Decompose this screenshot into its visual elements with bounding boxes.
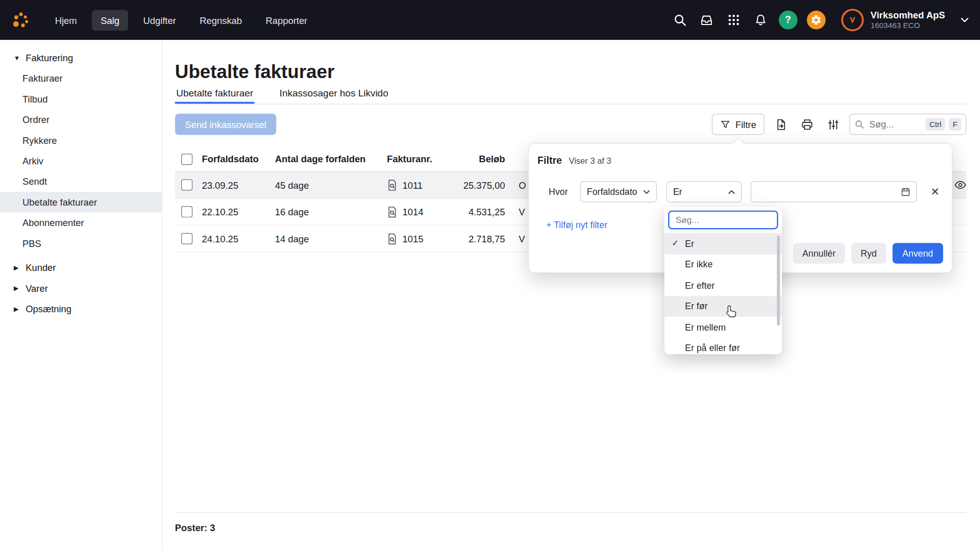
chevron-collapsed-icon: ▶ xyxy=(14,306,20,312)
sidebar-section-fakturering[interactable]: ▼ Fakturering xyxy=(0,47,162,68)
nav-item-regnskab[interactable]: Regnskab xyxy=(191,10,251,30)
nav-item-rapporter[interactable]: Rapporter xyxy=(257,10,316,30)
filter-date-input[interactable] xyxy=(751,181,917,203)
sidebar-section-label: Opsætning xyxy=(26,304,71,314)
filter-field-select[interactable]: Forfaldsdato xyxy=(580,181,657,203)
nav-item-hjem[interactable]: Hjem xyxy=(46,10,86,30)
invoice-preview-icon[interactable] xyxy=(387,206,398,217)
dropdown-option-er-paa-eller-foer[interactable]: Er på eller før xyxy=(665,338,782,354)
chevron-down-icon[interactable] xyxy=(961,17,969,22)
table-search-input[interactable] xyxy=(868,119,922,130)
eye-icon[interactable] xyxy=(954,181,966,189)
sidebar-item-pbs[interactable]: PBS xyxy=(0,233,162,254)
calendar-icon[interactable] xyxy=(900,187,911,197)
column-settings-icon[interactable] xyxy=(823,114,843,134)
company-v-icon xyxy=(847,14,858,26)
app-window: Hjem Salg Udgifter Regnskab Rapporter xyxy=(0,0,980,551)
apps-grid-icon[interactable] xyxy=(725,11,742,29)
filter-button-label: Filtre xyxy=(736,119,756,130)
main-nav: Hjem Salg Udgifter Regnskab Rapporter xyxy=(46,10,316,30)
sidebar-item-sendt[interactable]: Sendt xyxy=(0,171,162,192)
nav-item-udgifter[interactable]: Udgifter xyxy=(134,10,185,30)
sidebar-item-arkiv[interactable]: Arkiv xyxy=(0,151,162,171)
cell-invoice-number: 1014 xyxy=(403,207,424,217)
search-icon xyxy=(854,119,865,130)
topbar-actions: ? Virksomhed ApS 1603463 ECO xyxy=(671,9,980,31)
question-icon: ? xyxy=(785,14,791,26)
page-title: Ubetalte fakturaer xyxy=(175,61,334,83)
cancel-button[interactable]: Annullér xyxy=(793,243,845,263)
dropdown-option-er[interactable]: ✓ Er xyxy=(665,233,782,254)
select-all-checkbox[interactable] xyxy=(181,154,192,165)
header-antal-dage[interactable]: Antal dage forfalden xyxy=(275,154,381,164)
sidebar-item-abonnementer[interactable]: Abonnementer xyxy=(0,212,162,233)
clear-button[interactable]: Ryd xyxy=(851,243,886,263)
row-checkbox[interactable] xyxy=(181,233,192,244)
account-menu[interactable]: Virksomhed ApS 1603463 ECO xyxy=(841,9,969,31)
popover-actions: Annullér Ryd Anvend xyxy=(793,243,943,263)
sidebar-item-ordrer[interactable]: Ordrer xyxy=(0,109,162,130)
toolbar: Send inkassovarsel Filtre xyxy=(175,113,966,136)
filter-field-value: Forfaldsdato xyxy=(587,187,638,197)
help-button[interactable]: ? xyxy=(778,11,797,30)
header-beloeb[interactable]: Beløb xyxy=(444,154,505,164)
cell-days: 45 dage xyxy=(275,180,381,190)
dropdown-option-er-mellem[interactable]: Er mellem xyxy=(665,317,782,338)
logo-dots-icon xyxy=(11,11,30,30)
print-icon[interactable] xyxy=(797,114,817,134)
dropdown-search-input[interactable] xyxy=(674,214,772,226)
cell-date: 22.10.25 xyxy=(202,207,275,217)
header-fakturanr[interactable]: Fakturanr. xyxy=(381,154,444,164)
settings-button[interactable] xyxy=(807,11,826,30)
toolbar-right: Filtre xyxy=(712,114,966,135)
nav-item-salg[interactable]: Salg xyxy=(92,10,128,30)
sidebar-section-kunder[interactable]: ▶ Kunder xyxy=(0,257,162,278)
remove-filter-icon[interactable]: ✕ xyxy=(930,185,939,198)
popover-result-count: Viser 3 af 3 xyxy=(569,156,611,165)
shortcut-ctrl-key: Ctrl xyxy=(925,118,945,130)
apply-button[interactable]: Anvend xyxy=(892,243,943,263)
header-forfaldsdato[interactable]: Forfaldsdato xyxy=(202,154,275,164)
funnel-icon xyxy=(720,119,730,130)
sidebar-item-ubetalte-fakturaer[interactable]: Ubetalte fakturaer xyxy=(0,192,162,212)
sidebar-section-label: Kunder xyxy=(26,262,56,273)
cell-invoice-number: 1015 xyxy=(403,233,424,244)
dropdown-scrollbar[interactable] xyxy=(777,236,780,325)
chevron-expanded-icon: ▼ xyxy=(14,55,20,61)
inbox-icon[interactable] xyxy=(698,11,716,29)
tab-ubetalte-fakturaer[interactable]: Ubetalte fakturaer xyxy=(175,82,255,104)
sidebar-item-rykkere[interactable]: Rykkere xyxy=(0,130,162,151)
sidebar-item-fakturaer[interactable]: Fakturaer xyxy=(0,68,162,88)
chevron-down-icon xyxy=(643,190,650,194)
dropdown-option-er-efter[interactable]: Er efter xyxy=(665,275,782,296)
dropdown-option-er-ikke[interactable]: Er ikke xyxy=(665,254,782,275)
cell-date: 23.09.25 xyxy=(202,180,275,190)
row-checkbox[interactable] xyxy=(181,206,192,217)
invoice-preview-icon[interactable] xyxy=(387,233,398,244)
send-inkassovarsel-button[interactable]: Send inkassovarsel xyxy=(175,114,276,135)
dropdown-option-er-foer[interactable]: Er før xyxy=(665,296,782,317)
search-icon[interactable] xyxy=(671,11,689,29)
row-checkbox[interactable] xyxy=(181,179,192,190)
table-search: Ctrl F xyxy=(849,114,966,135)
cell-invoice-number: 1011 xyxy=(403,180,423,190)
tab-inkassosager[interactable]: Inkassosager hos Likvido xyxy=(278,82,389,104)
account-texts: Virksomhed ApS 1603463 ECO xyxy=(870,9,945,31)
billy-logo[interactable] xyxy=(0,11,41,30)
dropdown-search xyxy=(668,211,778,230)
sidebar-section-opsaetning[interactable]: ▶ Opsætning xyxy=(0,298,162,319)
sidebar: ▼ Fakturering Fakturaer Tilbud Ordrer Ry… xyxy=(0,40,162,551)
sidebar-section-varer[interactable]: ▶ Varer xyxy=(0,278,162,298)
cell-days: 14 dage xyxy=(275,233,381,244)
add-filter-link[interactable]: + Tilføj nyt filter xyxy=(546,220,607,230)
filter-operator-select[interactable]: Er xyxy=(666,181,742,203)
cell-amount: 25.375,00 xyxy=(444,180,505,190)
screen: Hjem Salg Udgifter Regnskab Rapporter xyxy=(0,0,980,551)
filter-button[interactable]: Filtre xyxy=(712,114,764,135)
chevron-collapsed-icon: ▶ xyxy=(14,285,20,291)
where-label: Hvor xyxy=(549,187,580,197)
bell-icon[interactable] xyxy=(752,11,769,29)
sidebar-item-tilbud[interactable]: Tilbud xyxy=(0,89,162,109)
invoice-preview-icon[interactable] xyxy=(387,179,398,191)
export-icon[interactable] xyxy=(771,114,791,134)
